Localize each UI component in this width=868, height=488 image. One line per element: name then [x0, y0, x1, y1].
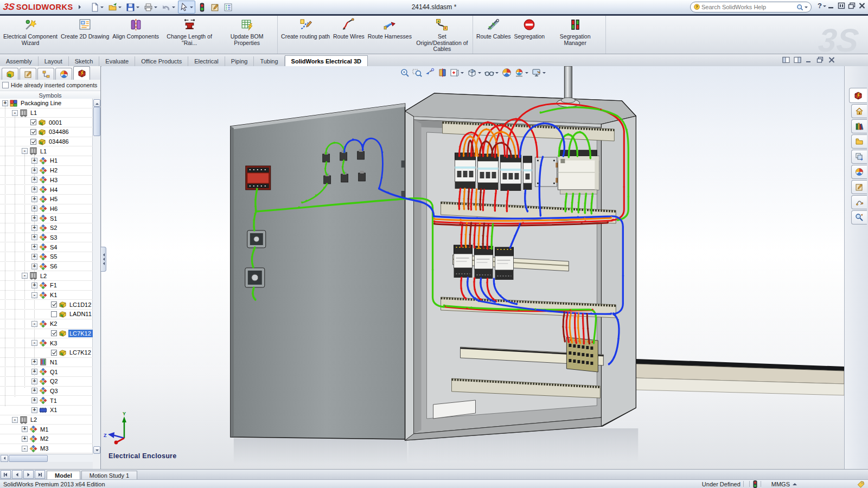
tree-item-s3[interactable]: +S3: [0, 233, 93, 243]
doc-minimize-icon[interactable]: [805, 56, 813, 63]
task-pane-tab-electrical-search[interactable]: [851, 210, 867, 224]
routepath-ribbon-button[interactable]: Create routing path: [279, 17, 331, 40]
tags-icon[interactable]: [857, 480, 865, 488]
new-document-button[interactable]: [88, 1, 106, 14]
tree-item-lc7k12[interactable]: LC7K12: [0, 329, 93, 339]
tree-item-h3[interactable]: +H3: [0, 176, 93, 185]
search-dropdown-caret[interactable]: [805, 7, 808, 10]
expand-icon[interactable]: +: [31, 388, 37, 394]
collapse-icon[interactable]: -: [31, 321, 37, 327]
tree-item-h2[interactable]: +H2: [0, 166, 93, 176]
options-button[interactable]: [222, 1, 234, 14]
save-dropdown-caret[interactable]: [136, 7, 139, 10]
tree-item-k1[interactable]: -K1: [0, 291, 93, 300]
last-tab-button[interactable]: [35, 470, 45, 479]
toolbar-overflow-arrow-icon[interactable]: [79, 5, 83, 9]
view-orientation-dropdown-caret[interactable]: [461, 72, 464, 75]
collapse-icon[interactable]: -: [12, 417, 18, 423]
expand-icon[interactable]: +: [31, 254, 37, 260]
tree-item-lc1d12[interactable]: LC1D12: [0, 300, 93, 310]
split-pane-left-icon[interactable]: [782, 56, 790, 63]
collapse-icon[interactable]: -: [31, 340, 37, 346]
tree-item-x1[interactable]: +X1: [0, 406, 93, 415]
segmanager-ribbon-button[interactable]: Segregation Manager: [546, 17, 604, 46]
task-pane-tab-solidworks-resources[interactable]: [851, 104, 867, 118]
pane-button[interactable]: [838, 2, 845, 9]
collapse-icon[interactable]: -: [12, 110, 18, 116]
select-tool-dropdown-caret[interactable]: [190, 7, 193, 10]
tree-item-packaging-line[interactable]: +Packaging Line: [0, 99, 93, 108]
harness-ribbon-button[interactable]: Route Harnesses: [366, 17, 413, 40]
length-ribbon-button[interactable]: Change Length of "Rai...: [161, 17, 218, 46]
task-pane-tab-design-library[interactable]: [851, 119, 867, 133]
visibility-checkbox[interactable]: [30, 119, 36, 125]
help-search-box[interactable]: ?: [690, 2, 812, 12]
tree-item-l1[interactable]: -L1: [0, 108, 93, 118]
doc-restore-icon[interactable]: [816, 56, 824, 63]
view-orientation-button[interactable]: [449, 67, 465, 78]
new-document-dropdown-caret[interactable]: [100, 7, 104, 10]
unit-system-caret[interactable]: [793, 481, 797, 485]
segregation-ribbon-button[interactable]: Segregation: [513, 17, 547, 40]
tree-item-q1[interactable]: +Q1: [0, 367, 93, 377]
door-power-supply[interactable]: [246, 166, 271, 190]
unit-system[interactable]: MMGS: [771, 481, 790, 487]
print-dropdown-caret[interactable]: [154, 7, 157, 10]
expand-icon[interactable]: +: [31, 158, 37, 164]
view-settings-button[interactable]: [531, 67, 547, 78]
tree-item-h1[interactable]: +H1: [0, 156, 93, 166]
close-button[interactable]: [858, 2, 866, 9]
tree-item-l1[interactable]: -L1: [0, 146, 93, 156]
expand-icon[interactable]: +: [31, 282, 37, 288]
3d-viewport[interactable]: Y Z ************************************…: [101, 66, 844, 470]
collapse-icon[interactable]: -: [22, 446, 28, 452]
task-pane-tab-electrical-symbols[interactable]: [851, 195, 867, 209]
tab-solidworks-electrical-3d[interactable]: SolidWorks Electrical 3D: [285, 55, 368, 66]
undo-button[interactable]: [160, 1, 177, 14]
expand-icon[interactable]: +: [31, 234, 37, 240]
visibility-checkbox[interactable]: [51, 330, 57, 336]
expand-icon[interactable]: +: [31, 244, 37, 250]
expand-icon[interactable]: +: [31, 177, 37, 183]
expand-icon[interactable]: +: [31, 397, 37, 403]
hide-inserted-checkbox[interactable]: [2, 82, 9, 88]
scroll-down-button[interactable]: [93, 446, 100, 454]
display-style-button[interactable]: [466, 67, 483, 78]
section-view-button[interactable]: [436, 67, 448, 78]
relay-plate[interactable]: [535, 157, 558, 187]
tree-item-034486[interactable]: 034486: [0, 127, 93, 137]
tab-model[interactable]: Model: [47, 471, 80, 479]
tree-item-t1[interactable]: +T1: [0, 396, 93, 406]
tree-item-s2[interactable]: +S2: [0, 223, 93, 233]
hide-show-items-button[interactable]: [483, 67, 500, 78]
origindest-ribbon-button[interactable]: Set Origin/Destination of Cables: [413, 17, 471, 53]
collapse-icon[interactable]: -: [22, 148, 28, 154]
panel-tab-electrical-manager[interactable]: [73, 66, 90, 80]
tree-item-034486[interactable]: 034486: [0, 137, 93, 147]
visibility-checkbox[interactable]: [30, 129, 36, 135]
tree-item-s6[interactable]: +S6: [0, 262, 93, 272]
panel-splitter[interactable]: [101, 247, 106, 272]
minimize-button[interactable]: [827, 2, 835, 9]
open-document-dropdown-caret[interactable]: [118, 7, 122, 10]
prev-tab-button[interactable]: [12, 470, 22, 479]
first-tab-button[interactable]: [1, 470, 11, 479]
tab-tubing[interactable]: Tubing: [254, 56, 284, 66]
expand-icon[interactable]: +: [31, 378, 37, 384]
hide-show-items-dropdown-caret[interactable]: [495, 72, 499, 75]
tree-item-s5[interactable]: +S5: [0, 252, 93, 262]
print-button[interactable]: [142, 1, 159, 14]
task-pane-tab-custom-properties[interactable]: [851, 180, 867, 194]
task-pane-tab-view-palette[interactable]: [851, 150, 867, 164]
expand-icon[interactable]: +: [31, 206, 37, 211]
expand-icon[interactable]: +: [31, 215, 37, 221]
tree-item-k3[interactable]: -K3: [0, 338, 93, 348]
visibility-checkbox[interactable]: [51, 350, 57, 356]
tree-item-m2[interactable]: +M2: [0, 434, 93, 444]
scroll-left-button[interactable]: [1, 455, 8, 462]
cables-ribbon-button[interactable]: Route Cables: [475, 17, 513, 40]
expand-icon[interactable]: +: [31, 196, 37, 202]
search-icon[interactable]: [796, 4, 803, 11]
tree-item-f1[interactable]: +F1: [0, 281, 93, 291]
task-pane-tab-appearances-scenes[interactable]: [851, 165, 867, 179]
